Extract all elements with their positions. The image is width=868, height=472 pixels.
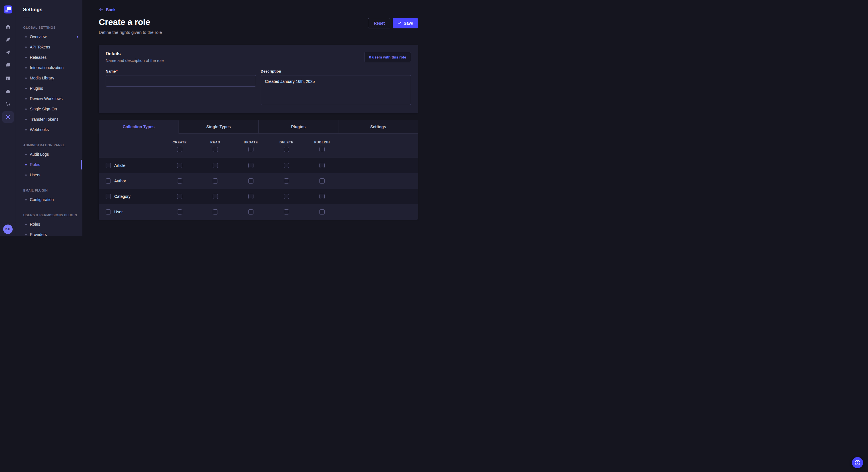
nav-item-single-sign-on[interactable]: Single Sign-On — [16, 104, 82, 114]
nav-item-roles[interactable]: Roles — [16, 219, 82, 229]
checkbox[interactable] — [105, 163, 111, 168]
nav-item-media-library[interactable]: Media Library — [16, 73, 82, 83]
checkbox[interactable] — [177, 194, 182, 199]
checkbox[interactable] — [213, 163, 218, 168]
checkbox[interactable] — [177, 163, 182, 168]
checkbox[interactable] — [177, 147, 182, 152]
nav-item-overview[interactable]: Overview — [16, 32, 82, 42]
checkbox[interactable] — [105, 194, 111, 199]
nav-item-label: Releases — [30, 55, 46, 60]
content-manager-icon[interactable] — [2, 72, 14, 84]
home-icon[interactable] — [2, 21, 14, 32]
media-library-icon[interactable] — [2, 60, 14, 71]
subnav-sections: GLOBAL SETTINGSOverviewAPI TokensRelease… — [16, 26, 82, 236]
marketplace-cart-icon[interactable] — [2, 98, 14, 110]
nav-item-label: Transfer Tokens — [30, 117, 59, 122]
nav-item-review-workflows[interactable]: Review Workflows — [16, 94, 82, 104]
tab-collection-types[interactable]: Collection Types — [99, 120, 179, 134]
back-arrow-icon — [99, 7, 103, 12]
column-header-label: PUBLISH — [314, 140, 330, 144]
row-label: Article — [114, 163, 125, 168]
checkbox[interactable] — [319, 178, 324, 183]
header-actions: Reset Save — [368, 17, 418, 28]
required-asterisk: * — [116, 69, 117, 73]
bullet-icon — [25, 98, 27, 100]
permission-cell — [304, 163, 340, 168]
permission-cell — [304, 194, 340, 199]
permission-cell — [162, 163, 197, 168]
nav-section-label: EMAIL PLUGIN — [23, 189, 82, 192]
nav-item-roles[interactable]: Roles — [16, 160, 82, 170]
checkbox[interactable] — [248, 194, 253, 199]
checkbox[interactable] — [213, 209, 218, 214]
column-header-update: UPDATE — [233, 140, 269, 152]
checkbox[interactable] — [177, 178, 182, 183]
tab-single-types[interactable]: Single Types — [179, 120, 258, 134]
column-header-label: DELETE — [280, 140, 293, 144]
checkbox[interactable] — [284, 194, 289, 199]
feather-icon[interactable] — [2, 34, 14, 45]
nav-item-webhooks[interactable]: Webhooks — [16, 125, 82, 135]
paper-plane-icon[interactable] — [2, 47, 14, 58]
nav-item-audit-logs[interactable]: Audit Logs — [16, 149, 82, 160]
checkbox[interactable] — [284, 147, 289, 152]
permission-cell — [233, 178, 269, 183]
checkbox[interactable] — [319, 209, 324, 214]
nav-item-label: Webhooks — [30, 127, 49, 132]
subnav-scrollbar-thumb[interactable] — [81, 160, 82, 169]
tab-plugins[interactable]: Plugins — [258, 120, 338, 134]
save-button[interactable]: Save — [393, 18, 418, 28]
checkbox[interactable] — [177, 209, 182, 214]
nav-item-transfer-tokens[interactable]: Transfer Tokens — [16, 114, 82, 125]
role-name-input[interactable] — [105, 75, 256, 87]
settings-subnav: Settings GLOBAL SETTINGSOverviewAPI Toke… — [16, 0, 82, 236]
check-icon — [398, 22, 401, 25]
checkbox[interactable] — [248, 163, 253, 168]
nav-item-plugins[interactable]: Plugins — [16, 83, 82, 94]
user-avatar[interactable]: KD — [3, 225, 12, 234]
checkbox[interactable] — [319, 147, 324, 152]
details-fields: Name* Description Created January 16th, … — [105, 69, 411, 106]
checkbox[interactable] — [248, 209, 253, 214]
permission-cell — [269, 209, 304, 214]
bullet-icon — [25, 129, 27, 131]
nav-item-releases[interactable]: Releases — [16, 52, 82, 63]
checkbox[interactable] — [105, 209, 111, 214]
nav-item-configuration[interactable]: Configuration — [16, 194, 82, 205]
checkbox[interactable] — [213, 178, 218, 183]
bullet-icon — [25, 119, 27, 120]
permission-cell — [162, 194, 197, 199]
nav-item-api-tokens[interactable]: API Tokens — [16, 42, 82, 52]
checkbox[interactable] — [213, 194, 218, 199]
checkbox[interactable] — [319, 163, 324, 168]
role-description-textarea[interactable]: Created January 16th, 2025 — [260, 75, 411, 105]
checkbox[interactable] — [284, 163, 289, 168]
checkbox[interactable] — [105, 178, 111, 183]
details-card-titles: Details Name and description of the role — [105, 51, 164, 63]
checkbox[interactable] — [248, 147, 253, 152]
nav-section-label: GLOBAL SETTINGS — [23, 26, 82, 29]
rail-icon-list — [0, 19, 16, 222]
back-link[interactable]: Back — [99, 7, 115, 12]
column-header-label: CREATE — [173, 140, 187, 144]
settings-gear-icon[interactable] — [2, 111, 14, 123]
permission-cell — [269, 178, 304, 183]
nav-section-email-plugin: EMAIL PLUGINConfiguration — [16, 189, 82, 205]
checkbox[interactable] — [213, 147, 218, 152]
cloud-icon[interactable] — [2, 86, 14, 97]
nav-item-internationalization[interactable]: Internationalization — [16, 63, 82, 73]
page-header: Create a role Define the rights given to… — [99, 17, 418, 35]
checkbox[interactable] — [284, 178, 289, 183]
reset-button[interactable]: Reset — [368, 18, 391, 28]
checkbox[interactable] — [248, 178, 253, 183]
users-with-role-button[interactable]: 0 users with this role — [364, 52, 411, 62]
description-field-group: Description Created January 16th, 2025 — [260, 69, 411, 106]
page-header-text: Create a role Define the rights given to… — [99, 17, 162, 35]
description-field-label: Description — [260, 69, 411, 73]
tab-settings[interactable]: Settings — [338, 120, 418, 134]
nav-item-users[interactable]: Users — [16, 170, 82, 180]
permission-cell — [197, 194, 233, 199]
checkbox[interactable] — [284, 209, 289, 214]
nav-item-providers[interactable]: Providers — [16, 229, 82, 236]
checkbox[interactable] — [319, 194, 324, 199]
